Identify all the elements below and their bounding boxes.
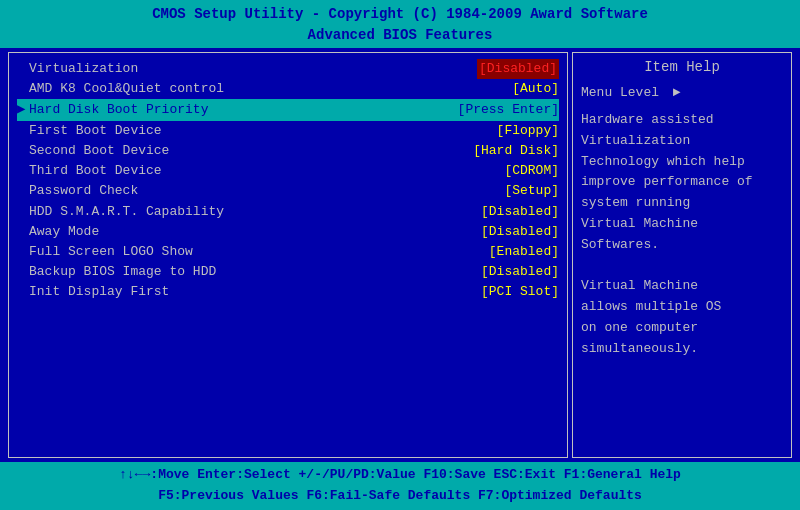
help-line: Hardware assisted: [581, 110, 783, 131]
item-label: HDD S.M.A.R.T. Capability: [29, 202, 481, 222]
menu-item[interactable]: HDD S.M.A.R.T. Capability[Disabled]: [17, 202, 559, 222]
menu-level-row: Menu Level ►: [581, 85, 783, 100]
menu-item[interactable]: Second Boot Device[Hard Disk]: [17, 141, 559, 161]
menu-item[interactable]: Third Boot Device[CDROM]: [17, 161, 559, 181]
help-line: Virtualization: [581, 131, 783, 152]
item-label: Init Display First: [29, 282, 481, 302]
menu-item[interactable]: ▶Hard Disk Boot Priority[Press Enter]: [17, 99, 559, 121]
footer-line1: ↑↓←→:Move Enter:Select +/-/PU/PD:Value F…: [0, 465, 800, 486]
item-value: [Disabled]: [481, 222, 559, 242]
help-line: Softwares.: [581, 235, 783, 256]
title-line1: CMOS Setup Utility - Copyright (C) 1984-…: [0, 4, 800, 25]
help-line: Virtual Machine: [581, 276, 783, 297]
help-text: Hardware assistedVirtualizationTechnolog…: [581, 110, 783, 360]
title-line2: Advanced BIOS Features: [0, 25, 800, 46]
item-value: [Floppy]: [497, 121, 559, 141]
bios-screen: CMOS Setup Utility - Copyright (C) 1984-…: [0, 0, 800, 510]
help-line: simultaneously.: [581, 339, 783, 360]
item-label: Backup BIOS Image to HDD: [29, 262, 481, 282]
menu-level-label: Menu Level: [581, 85, 659, 100]
item-value: [Disabled]: [477, 59, 559, 79]
help-line: on one computer: [581, 318, 783, 339]
item-label: Second Boot Device: [29, 141, 473, 161]
item-value: [PCI Slot]: [481, 282, 559, 302]
help-line: [581, 256, 783, 277]
item-label: Full Screen LOGO Show: [29, 242, 489, 262]
item-label: Virtualization: [29, 59, 477, 79]
item-value: [Press Enter]: [458, 100, 559, 120]
item-value: [Disabled]: [481, 202, 559, 222]
menu-item[interactable]: Away Mode[Disabled]: [17, 222, 559, 242]
left-panel: Virtualization[Disabled] AMD K8 Cool&Qui…: [8, 52, 568, 458]
item-value: [Setup]: [504, 181, 559, 201]
item-value: [Auto]: [512, 79, 559, 99]
item-label: Password Check: [29, 181, 504, 201]
item-label: Third Boot Device: [29, 161, 504, 181]
menu-item[interactable]: AMD K8 Cool&Quiet control[Auto]: [17, 79, 559, 99]
item-label: Away Mode: [29, 222, 481, 242]
menu-item[interactable]: Virtualization[Disabled]: [17, 59, 559, 79]
right-panel: Item Help Menu Level ► Hardware assisted…: [572, 52, 792, 458]
item-help-title: Item Help: [581, 59, 783, 75]
item-arrow: ▶: [17, 99, 29, 121]
item-value: [Enabled]: [489, 242, 559, 262]
menu-item[interactable]: Init Display First[PCI Slot]: [17, 282, 559, 302]
item-value: [Disabled]: [481, 262, 559, 282]
menu-level-arrow: ►: [665, 85, 681, 100]
help-line: allows multiple OS: [581, 297, 783, 318]
menu-item[interactable]: First Boot Device[Floppy]: [17, 121, 559, 141]
help-line: system running: [581, 193, 783, 214]
help-line: Virtual Machine: [581, 214, 783, 235]
help-line: Technology which help: [581, 152, 783, 173]
main-content: Virtualization[Disabled] AMD K8 Cool&Qui…: [8, 52, 792, 458]
menu-item[interactable]: Password Check[Setup]: [17, 181, 559, 201]
help-line: improve performance of: [581, 172, 783, 193]
menu-item[interactable]: Backup BIOS Image to HDD[Disabled]: [17, 262, 559, 282]
item-label: Hard Disk Boot Priority: [29, 100, 458, 120]
title-bar: CMOS Setup Utility - Copyright (C) 1984-…: [0, 0, 800, 48]
item-label: First Boot Device: [29, 121, 497, 141]
item-value: [CDROM]: [504, 161, 559, 181]
footer-line2: F5:Previous Values F6:Fail-Safe Defaults…: [0, 486, 800, 507]
item-label: AMD K8 Cool&Quiet control: [29, 79, 512, 99]
item-value: [Hard Disk]: [473, 141, 559, 161]
menu-item[interactable]: Full Screen LOGO Show[Enabled]: [17, 242, 559, 262]
footer: ↑↓←→:Move Enter:Select +/-/PU/PD:Value F…: [0, 462, 800, 510]
